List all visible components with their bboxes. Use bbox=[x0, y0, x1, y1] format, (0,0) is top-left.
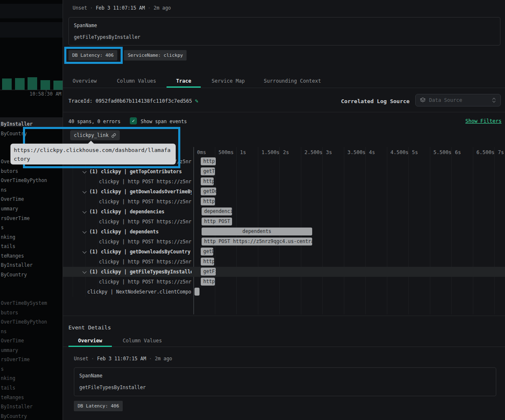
tab-overview[interactable]: Overview bbox=[78, 338, 102, 344]
span-bar[interactable]: http POST https://z5nrz9qgc4.us-central bbox=[201, 258, 214, 266]
chevron-down-icon[interactable] bbox=[83, 210, 87, 214]
external-link-icon bbox=[111, 133, 116, 138]
span-bar[interactable]: dependencies bbox=[202, 207, 232, 215]
span-row-label: clickpy | http POST https://z5nrz bbox=[68, 177, 192, 187]
span-row-label-text: (1) clickpy | getFileTypesByInstaller bbox=[89, 267, 192, 277]
span-row-label: (1) clickpy | dependents bbox=[68, 227, 192, 237]
axis-tick-label: 6s bbox=[455, 149, 461, 155]
chevron-down-icon[interactable] bbox=[83, 250, 87, 254]
trace-span-row[interactable]: clickpy | http POST https://z5nrzhttp PO… bbox=[63, 237, 505, 247]
sidebar-item[interactable]: ByInstaller bbox=[1, 121, 33, 127]
span-row-label-text: clickpy | http POST https://z5nrz bbox=[99, 217, 192, 227]
span-bar[interactable]: getFileTypesByInstaller bbox=[201, 268, 216, 276]
trace-span-row[interactable]: (1) clickpy | getFileTypesByInstallerget… bbox=[63, 267, 505, 277]
span-row-label: (1) clickpy | dependencies bbox=[68, 207, 192, 217]
trace-span-row[interactable]: (1) clickpy | getDownloadsByCountrygetDo… bbox=[63, 247, 505, 257]
span-row-label-text: clickpy | http POST https://z5nrz bbox=[99, 177, 192, 187]
chevron-down-icon[interactable] bbox=[83, 230, 87, 234]
sidebar-item[interactable]: ummary bbox=[1, 206, 18, 212]
span-bar[interactable]: http POST https://z5nrz9qgc4.us-central bbox=[201, 197, 215, 205]
sidebar-item[interactable]: rsOverTime bbox=[1, 215, 30, 221]
sidebar-item[interactable]: ns bbox=[1, 187, 7, 193]
chevron-down-icon[interactable] bbox=[83, 190, 87, 194]
axis-tick-label: 500ms bbox=[219, 149, 234, 155]
sidebar-item[interactable]: ns bbox=[1, 329, 7, 334]
span-bar[interactable]: http POST https://z5nrz9qgc4.us-central bbox=[201, 278, 215, 286]
sidebar-item[interactable]: nking bbox=[1, 234, 15, 240]
event-db-latency-badge[interactable]: DB Latency: 406 bbox=[74, 401, 123, 411]
span-bar[interactable]: http POST https://z5nrz9qgc4.us-central bbox=[201, 177, 214, 185]
db-latency-highlight-box bbox=[64, 47, 123, 64]
trace-span-row[interactable]: (1) clickpy | getDownloadsOverTimeBySget… bbox=[63, 187, 505, 197]
span-bar[interactable]: http POST https://z5nrz9qgc4.us-central bbox=[202, 238, 312, 245]
sidebar-item[interactable]: s bbox=[1, 225, 4, 230]
span-row-label: clickpy | http POST https://z5nrz bbox=[68, 217, 192, 227]
trace-span-row[interactable]: clickpy | http POST https://z5nrzhttp PO… bbox=[63, 177, 505, 187]
axis-tick-label: 7s bbox=[498, 149, 504, 155]
span-bar[interactable]: getDownloadsOverTimeBy bbox=[201, 187, 216, 195]
span-row-label-text: clickpy | http POST https://z5nrz bbox=[99, 257, 192, 267]
sidebar-item[interactable]: teRanges bbox=[1, 253, 24, 259]
span-row-label: (1) clickpy | getDownloadsByCountry bbox=[68, 247, 192, 257]
trace-span-row[interactable]: (1) clickpy | dependenciesdependencies bbox=[63, 207, 505, 217]
span-row-label-text: (1) clickpy | dependents bbox=[89, 227, 159, 237]
trace-span-row[interactable]: clickpy | http POST https://z5nrzhttp PO… bbox=[63, 197, 505, 207]
histogram-baseline bbox=[0, 90, 63, 90]
axis-tick-label: 0ms bbox=[197, 149, 206, 155]
trace-span-row[interactable]: clickpy | http POST https://z5nrzhttp PO… bbox=[63, 277, 505, 287]
tooltip-url-line2: ctory bbox=[14, 154, 176, 163]
axis-tick-label: 1s bbox=[240, 149, 246, 155]
histogram-bar bbox=[15, 78, 25, 90]
sidebar-item[interactable]: Ove bbox=[1, 159, 10, 164]
sidebar-item[interactable]: tails bbox=[1, 385, 15, 391]
span-bar[interactable]: http bbox=[201, 157, 216, 165]
sidebar-item[interactable]: OverTime bbox=[1, 338, 24, 344]
clickpy-link-badge[interactable]: clickpy_link bbox=[70, 130, 120, 140]
sidebar-item[interactable]: ByCountry bbox=[1, 272, 27, 278]
span-bar[interactable]: getTopContributors bbox=[201, 167, 215, 175]
axis-tick-label: 3.500s bbox=[348, 149, 366, 155]
sidebar-item[interactable]: ByInstaller bbox=[1, 262, 33, 268]
sidebar-item[interactable]: ByInstaller bbox=[1, 404, 33, 410]
axis-tick-label: 2s bbox=[283, 149, 289, 155]
sidebar-item[interactable]: nking bbox=[1, 375, 15, 381]
sidebar-item[interactable]: butors bbox=[1, 310, 18, 316]
sidebar-item[interactable]: OverTimeByPython bbox=[1, 319, 47, 325]
sidebar-item[interactable]: tails bbox=[1, 243, 15, 249]
chevron-down-icon[interactable] bbox=[83, 270, 87, 274]
axis-tick-label: 3s bbox=[326, 149, 332, 155]
axis-tick-label: 4s bbox=[369, 149, 375, 155]
sidebar-item[interactable]: ummary bbox=[1, 347, 18, 353]
histogram-time-label: 10:58:30 AM bbox=[30, 91, 61, 97]
tab-column-values[interactable]: Column Values bbox=[123, 338, 162, 344]
trace-span-row[interactable]: clickpy | NextNodeServer.clientCompone bbox=[63, 287, 505, 297]
histogram-bar bbox=[2, 78, 12, 90]
span-row-label: (1) clickpy | getDownloadsOverTimeByS bbox=[68, 187, 192, 197]
span-row-label-text: (1) clickpy | getDownloadsByCountry bbox=[89, 247, 190, 257]
tooltip-url-line1: https://clickpy.clickhouse.com/dashboard… bbox=[14, 146, 176, 154]
sidebar-item[interactable]: OverTime bbox=[1, 196, 24, 202]
trace-span-row[interactable]: clickpy | http POST https://z5nrzhttp PO… bbox=[63, 257, 505, 267]
trace-span-row[interactable]: clickpy | http POST https://z5nrzhttp PO… bbox=[63, 217, 505, 227]
histogram-bar bbox=[53, 81, 63, 90]
span-bar[interactable]: getDownloadsByCountry bbox=[201, 248, 213, 256]
event-details-header: Unset · Feb 3 11:07:15 AM · 2m ago bbox=[74, 356, 172, 362]
axis-tick-label: 4.500s bbox=[391, 149, 409, 155]
axis-tick-label: 5s bbox=[412, 149, 418, 155]
sidebar-item[interactable]: OverTimeBySystem bbox=[1, 300, 47, 306]
span-bar[interactable]: dependents bbox=[202, 228, 312, 235]
span-row-label-text: clickpy | http POST https://z5nrz bbox=[99, 277, 192, 287]
trace-span-row[interactable]: (1) clickpy | dependentsdependents bbox=[63, 227, 505, 237]
sidebar-item[interactable]: ByCountry bbox=[1, 413, 27, 419]
span-bar[interactable]: http POST https://z5nrz9qgc4.us-central bbox=[202, 218, 232, 225]
span-row-label: clickpy | http POST https://z5nrz bbox=[68, 257, 192, 267]
axis-tick-label: 5.500s bbox=[434, 149, 452, 155]
span-bar[interactable] bbox=[194, 288, 199, 296]
sidebar-item[interactable]: rsOverTime bbox=[1, 357, 30, 362]
sidebar-item[interactable]: butors bbox=[1, 168, 18, 174]
sidebar-item[interactable]: OverTimeByPython bbox=[1, 177, 47, 183]
sidebar-item[interactable]: teRanges bbox=[1, 395, 24, 400]
chevron-down-icon[interactable] bbox=[83, 170, 87, 174]
histogram-bar bbox=[28, 77, 37, 90]
sidebar-item[interactable]: s bbox=[1, 366, 4, 372]
